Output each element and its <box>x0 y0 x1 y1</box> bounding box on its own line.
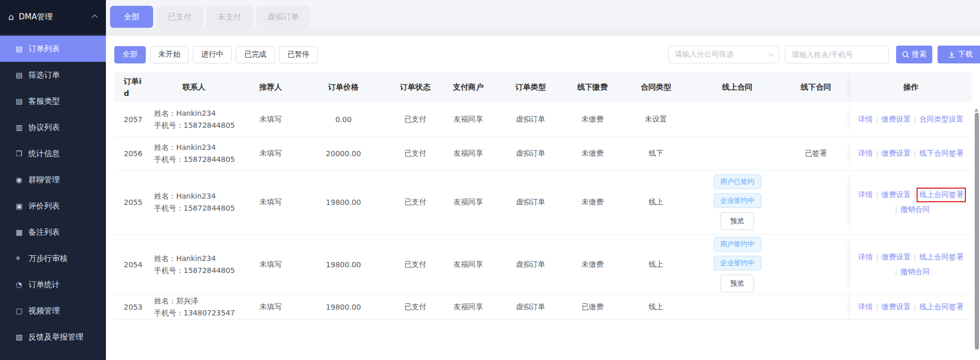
sidebar-item[interactable]: 协议列表 <box>0 114 106 140</box>
preview-button[interactable]: 预览 <box>720 275 754 292</box>
sidebar-item-icon <box>16 254 28 263</box>
sidebar-item[interactable]: 订单列表 <box>0 36 106 62</box>
sidebar-item[interactable]: 评价列表 <box>0 193 106 219</box>
cell-offline-pay: 未缴费 <box>565 149 620 158</box>
sidebar-item[interactable]: 客服类型 <box>0 88 106 114</box>
contact-name: 姓名：Hankin234 <box>154 107 239 119</box>
cell-online-contract: 用户已签约 企业签约中 预览 <box>692 174 782 230</box>
action-item: | 线上合同签署 <box>911 190 963 200</box>
sidebar-item-icon <box>16 176 28 183</box>
filter-button[interactable]: 全部 <box>114 46 146 63</box>
download-button[interactable]: 下载 <box>938 46 980 63</box>
action-link[interactable]: 缴费设置 <box>881 302 911 312</box>
action-item: | 缴费设置 <box>873 115 911 124</box>
search-button[interactable]: 搜索 <box>896 46 932 63</box>
filter-button[interactable]: 未开始 <box>150 46 189 63</box>
sidebar-item[interactable]: 反馈及举报管理 <box>0 324 106 350</box>
column-header-price: 订单价格 <box>297 82 390 92</box>
cell-merchant: 友福同享 <box>440 115 496 124</box>
cell-contract-type: 线上 <box>620 302 692 312</box>
sidebar-item-icon <box>16 307 28 314</box>
chevron-down-icon <box>769 51 774 57</box>
contract-badges: 用户已签约 企业签约中 <box>714 174 761 208</box>
chevron-up-icon[interactable] <box>92 15 98 20</box>
action-item: | 撤销合同 <box>892 205 930 214</box>
action-item: 详情 <box>858 253 873 262</box>
sidebar-item-icon <box>16 281 28 288</box>
search-button-label: 搜索 <box>912 50 927 59</box>
preview-button[interactable]: 预览 <box>720 212 754 230</box>
action-link[interactable]: 线下合同签署 <box>919 149 963 158</box>
cell-contact: 姓名：Hankin234 手机号：15872844805 <box>154 190 239 214</box>
column-header-order-id: 订单id <box>114 75 144 99</box>
sidebar-item-label: 备注列表 <box>28 227 60 237</box>
sidebar-item[interactable]: 筛选订单 <box>0 62 106 88</box>
action-link[interactable]: 撤销合同 <box>900 205 930 214</box>
action-separator: | <box>876 191 878 199</box>
action-link[interactable]: 缴费设置 <box>881 190 911 200</box>
cell-actions: 详情 | 缴费设置 | <box>856 149 966 158</box>
action-link[interactable]: 详情 <box>858 149 873 158</box>
action-link[interactable]: 详情 <box>858 190 873 200</box>
cell-order-id: 2054 <box>114 260 144 269</box>
action-link[interactable]: 详情 <box>858 115 873 124</box>
action-link[interactable]: 详情 <box>858 253 873 262</box>
action-link[interactable]: 详情 <box>858 302 873 312</box>
tab[interactable]: 已支付 <box>156 6 203 28</box>
cell-status: 已支付 <box>390 302 440 312</box>
download-button-label: 下载 <box>958 50 973 59</box>
sidebar-header[interactable]: ⌂ DMA管理 <box>0 0 106 34</box>
action-item: 详情 <box>858 302 873 312</box>
sidebar-item[interactable]: 统计信息 <box>0 140 106 167</box>
action-link[interactable]: 缴费设置 <box>881 253 911 262</box>
cell-contract-type: 线下 <box>620 149 692 158</box>
action-link[interactable]: 撤销合同 <box>900 267 930 277</box>
sidebar-item[interactable]: 视频管理 <box>0 298 106 324</box>
cell-status: 已支付 <box>390 149 440 158</box>
tab[interactable]: 未支付 <box>206 6 253 28</box>
tab[interactable]: 虚拟订单 <box>256 6 310 28</box>
toolbar: 全部 未开始 进行中 已完成 已暂停 请输入分公司筛选 搜索 <box>106 46 980 63</box>
sidebar-item-label: 群聊管理 <box>28 175 60 185</box>
sidebar-item[interactable]: 万步行审核 <box>0 245 106 271</box>
status-badge: 用户已签约 <box>714 174 761 189</box>
action-item: 详情 <box>858 190 873 200</box>
filter-button[interactable]: 进行中 <box>193 46 232 63</box>
contact-phone: 手机号：15872844805 <box>154 119 239 132</box>
tab[interactable]: 全部 <box>110 6 153 28</box>
action-separator: | <box>876 254 878 261</box>
app-title: DMA管理 <box>19 12 53 22</box>
contact-phone: 手机号：13480723547 <box>154 307 239 319</box>
sidebar-item[interactable]: 备注列表 <box>0 219 106 245</box>
sidebar-item[interactable]: 群聊管理 <box>0 167 106 193</box>
cell-actions: 详情 | 缴费设置 | <box>850 253 972 277</box>
action-link[interactable]: 线上合同签署 <box>919 190 963 200</box>
sidebar-item-label: 订单列表 <box>28 44 60 54</box>
action-link[interactable]: 线上合同签署 <box>919 253 963 262</box>
table-row: 2055 姓名：Hankin234 手机号：15872844805 未填写 19… <box>114 170 972 235</box>
sidebar-item[interactable]: 订单统计 <box>0 271 106 298</box>
cell-order-id: 2056 <box>114 149 144 158</box>
filter-button[interactable]: 已完成 <box>236 46 275 63</box>
sidebar-item-icon <box>16 202 28 210</box>
column-header-offline-pay: 线下缴费 <box>565 82 620 92</box>
action-link[interactable]: 合同类型设置 <box>919 115 963 124</box>
filter-button[interactable]: 已暂停 <box>279 46 318 63</box>
contact-phone: 手机号：15872844805 <box>154 265 239 277</box>
action-item: 详情 <box>858 115 873 124</box>
action-separator: | <box>914 303 916 311</box>
action-separator: | <box>895 206 897 214</box>
action-link[interactable]: 线上合同签署 <box>919 302 963 312</box>
sidebar-item[interactable] <box>0 350 106 360</box>
company-filter-select[interactable]: 请输入分公司筛选 <box>668 46 779 63</box>
table-body: 2057 姓名：Hankin234 手机号：15872844805 未填写 0.… <box>114 102 972 320</box>
action-link[interactable]: 缴费设置 <box>881 115 911 124</box>
action-link[interactable]: 缴费设置 <box>881 149 911 158</box>
column-header-referrer: 推荐人 <box>244 82 297 92</box>
action-item: | 撤销合同 <box>892 267 930 277</box>
cell-price: 19800.00 <box>297 198 390 206</box>
vertical-scrollbar[interactable] <box>975 113 979 350</box>
scrollbar-arrow-icon[interactable] <box>974 106 978 112</box>
name-phone-input[interactable] <box>785 46 889 63</box>
cell-referrer: 未填写 <box>244 149 297 158</box>
